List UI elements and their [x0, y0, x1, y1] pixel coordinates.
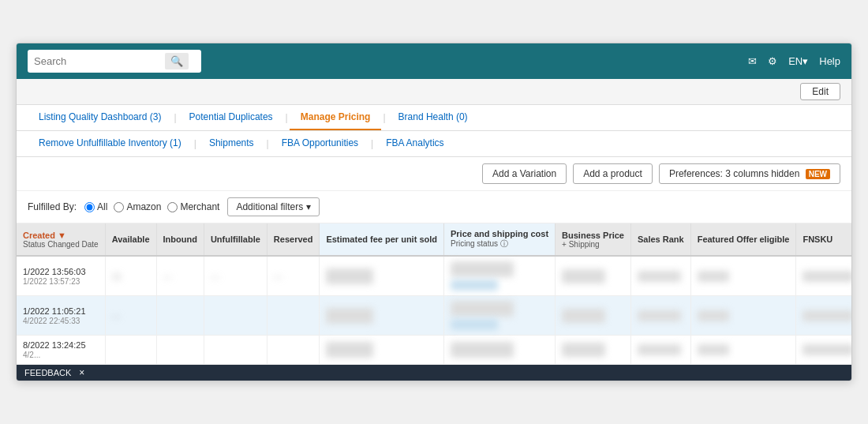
additional-filters-button[interactable]: Additional filters ▾ [227, 197, 320, 216]
cell-created: 1/2022 13:56:03 1/2022 13:57:23 [17, 256, 105, 296]
cell-price-shipping [444, 256, 556, 296]
th-business-price: Business Price + Shipping [556, 223, 631, 256]
settings-icon[interactable]: ⚙ [768, 55, 777, 67]
tab-remove-unfulfillable[interactable]: Remove Unfulfillable Inventory (1) [28, 131, 193, 156]
fulfilled-by-radio-group: All Amazon Merchant [84, 201, 219, 212]
edit-button[interactable]: Edit [800, 83, 840, 100]
cell-unfulfillable [204, 296, 267, 336]
cell-business-price [556, 256, 631, 296]
th-reserved: Reserved [267, 223, 320, 256]
cell-sales-rank [630, 256, 690, 296]
cell-fnsku [796, 296, 851, 336]
cell-price-shipping [444, 296, 556, 336]
cell-inbound [156, 336, 204, 365]
feedback-label: FEEDBACK [24, 368, 71, 377]
table-row: 1/2022 13:56:03 1/2022 13:57:23 11 — — — [17, 256, 851, 296]
th-sales-rank: Sales Rank [630, 223, 690, 256]
tab-nav-row2: Remove Unfulfillable Inventory (1) | Shi… [17, 131, 851, 157]
cell-sales-rank [630, 296, 690, 336]
nav-icons: ✉ ⚙ EN▾ Help [748, 55, 840, 67]
add-product-button[interactable]: Add a product [573, 163, 653, 184]
action-row: Add a Variation Add a product Preference… [17, 157, 851, 191]
th-price-shipping: Price and shipping cost Pricing status ⓘ [444, 223, 556, 256]
th-created[interactable]: Created ▼ Status Changed Date [17, 223, 105, 256]
cell-price-shipping [444, 336, 556, 365]
tab-manage-pricing[interactable]: Manage Pricing [290, 105, 382, 130]
cell-reserved: — [267, 256, 320, 296]
th-available: Available [105, 223, 156, 256]
edit-row: Edit [17, 79, 851, 105]
cell-business-price [556, 336, 631, 365]
cell-fnsku [796, 336, 851, 365]
cell-available: — [105, 296, 156, 336]
inventory-table: Created ▼ Status Changed Date Available … [17, 223, 851, 365]
cell-featured-offer [690, 336, 796, 365]
radio-amazon[interactable]: Amazon [114, 201, 161, 212]
search-box: 🔍 [28, 50, 201, 73]
tab-nav-row1: Listing Quality Dashboard (3) | Potentia… [17, 105, 851, 131]
cell-available [105, 336, 156, 365]
tab-fba-opportunities[interactable]: FBA Opportunities [271, 131, 369, 156]
cell-business-price [556, 296, 631, 336]
cell-created: 8/2022 13:24:25 4/2... [17, 336, 105, 365]
mail-icon[interactable]: ✉ [748, 55, 757, 67]
th-inbound: Inbound [156, 223, 204, 256]
cell-estimated-fee [320, 336, 444, 365]
cell-reserved [267, 336, 320, 365]
th-estimated-fee: Estimated fee per unit sold [320, 223, 444, 256]
filter-row: Fulfilled By: All Amazon Merchant Additi… [17, 191, 851, 223]
cell-available: 11 [105, 256, 156, 296]
new-badge: NEW [806, 169, 830, 179]
preferences-button[interactable]: Preferences: 3 columns hidden NEW [659, 163, 840, 184]
search-icon: 🔍 [170, 55, 183, 67]
radio-all[interactable]: All [84, 201, 107, 212]
table-container: Created ▼ Status Changed Date Available … [17, 223, 851, 365]
cell-sales-rank [630, 336, 690, 365]
table-header-row: Created ▼ Status Changed Date Available … [17, 223, 851, 256]
th-featured-offer: Featured Offer eligible [690, 223, 796, 256]
add-variation-button[interactable]: Add a Variation [482, 163, 567, 184]
cell-featured-offer [690, 296, 796, 336]
table-row: 1/2022 11:05:21 4/2022 22:45:33 — [17, 296, 851, 336]
search-button[interactable]: 🔍 [165, 53, 189, 69]
cell-featured-offer [690, 256, 796, 296]
cell-fnsku [796, 256, 851, 296]
cell-inbound: — [156, 256, 204, 296]
top-nav: 🔍 ✉ ⚙ EN▾ Help [17, 43, 851, 79]
fulfilled-by-label: Fulfilled By: [28, 201, 77, 212]
feedback-bar: FEEDBACK × [17, 365, 851, 381]
tab-listing-quality[interactable]: Listing Quality Dashboard (3) [28, 105, 172, 130]
radio-merchant[interactable]: Merchant [167, 201, 219, 212]
tab-nav-row1-inner: Listing Quality Dashboard (3) | Potentia… [28, 105, 479, 130]
tab-brand-health[interactable]: Brand Health (0) [387, 105, 479, 130]
th-unfulfillable: Unfulfillable [204, 223, 267, 256]
th-fnsku: FNSKU [796, 223, 851, 256]
table-row: 8/2022 13:24:25 4/2... [17, 336, 851, 365]
cell-created: 1/2022 11:05:21 4/2022 22:45:33 [17, 296, 105, 336]
language-selector[interactable]: EN▾ [788, 55, 808, 67]
cell-estimated-fee [320, 296, 444, 336]
cell-estimated-fee [320, 256, 444, 296]
cell-unfulfillable: — [204, 256, 267, 296]
search-input[interactable] [34, 55, 160, 67]
feedback-close-button[interactable]: × [79, 367, 84, 378]
tab-potential-duplicates[interactable]: Potential Duplicates [178, 105, 284, 130]
tab-nav-row2-inner: Remove Unfulfillable Inventory (1) | Shi… [28, 131, 455, 156]
help-link[interactable]: Help [819, 55, 840, 67]
cell-unfulfillable [204, 336, 267, 365]
cell-inbound [156, 296, 204, 336]
main-window: 🔍 ✉ ⚙ EN▾ Help Edit Listing Quality Dash… [16, 43, 852, 381]
tab-shipments[interactable]: Shipments [198, 131, 265, 156]
cell-reserved [267, 296, 320, 336]
tab-fba-analytics[interactable]: FBA Analytics [375, 131, 455, 156]
